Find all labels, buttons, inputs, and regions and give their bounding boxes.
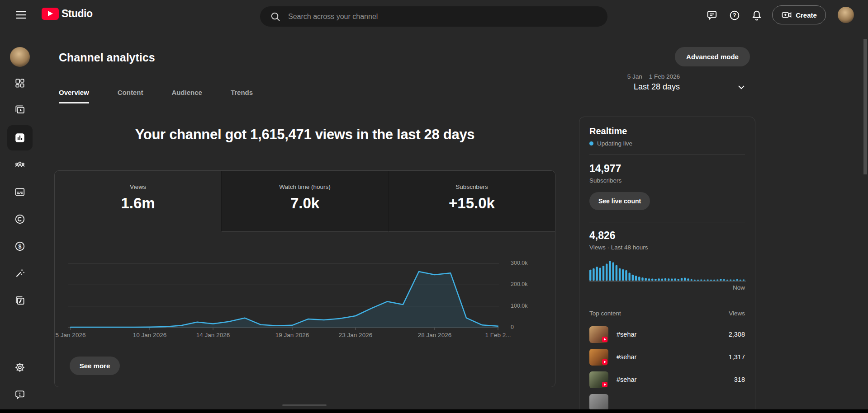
menu-icon[interactable] <box>15 9 28 20</box>
sidebar-item-earn[interactable]: $ <box>7 234 33 259</box>
metric-card-views[interactable]: Views1.6m <box>55 171 221 232</box>
see-more-button[interactable]: See more <box>70 357 120 375</box>
feedback-comment-icon[interactable] <box>706 9 718 21</box>
analytics-icon <box>14 132 26 144</box>
video-title: #sehar <box>617 331 729 338</box>
page-title: Channel analytics <box>59 51 155 64</box>
live-dot-icon <box>589 141 593 145</box>
date-range-selector[interactable]: 5 Jan – 1 Feb 2026 Last 28 days <box>574 73 680 92</box>
now-label: Now <box>589 284 745 291</box>
video-views: 2,308 <box>729 331 745 338</box>
audio-library-icon <box>14 295 26 306</box>
video-thumbnail <box>589 326 608 343</box>
youtube-studio-analytics-page: Studio ? Create <box>0 0 868 413</box>
sidebar-item-community[interactable] <box>7 152 33 178</box>
x-tick-label: 10 Jan 2026 <box>133 332 166 338</box>
video-title: #sehar <box>617 353 729 361</box>
svg-text:$: $ <box>19 244 22 250</box>
top-content-row[interactable]: #sehar2,308 <box>589 323 745 346</box>
create-button[interactable]: Create <box>772 5 826 24</box>
top-content-list: #sehar2,308#sehar1,317#sehar318 <box>589 323 745 413</box>
help-icon[interactable]: ? <box>729 9 740 21</box>
subtitles-icon <box>14 186 26 198</box>
metric-value: +15.0k <box>449 195 495 212</box>
sidebar-item-send-feedback[interactable] <box>7 382 33 407</box>
sidebar-channel-avatar[interactable] <box>7 44 33 70</box>
tab-audience[interactable]: Audience <box>171 89 202 103</box>
create-label: Create <box>796 11 817 19</box>
sidebar-item-copyright[interactable] <box>7 206 33 232</box>
metric-label: Views <box>130 183 146 190</box>
video-views: 1,317 <box>729 353 745 361</box>
search-input[interactable] <box>287 12 579 21</box>
date-range-text: 5 Jan – 1 Feb 2026 <box>574 73 680 80</box>
sidebar-item-analytics[interactable] <box>7 125 33 150</box>
video-views: 318 <box>734 376 745 383</box>
scrollbar-thumb[interactable] <box>863 39 867 174</box>
x-tick-label: 23 Jan 2026 <box>339 332 372 338</box>
dashboard-icon <box>14 77 26 89</box>
next-card-top-edge <box>282 404 327 406</box>
divider <box>589 222 745 222</box>
analytics-headline: Your channel got 1,615,471 views in the … <box>54 127 555 143</box>
brand-text: Studio <box>62 8 93 20</box>
video-thumbnail <box>589 371 608 388</box>
top-content-row[interactable]: #sehar318 <box>589 368 745 391</box>
top-content-row[interactable]: #sehar1,317 <box>589 346 745 368</box>
see-live-count-button[interactable]: See live count <box>589 192 650 210</box>
metric-label: Watch time (hours) <box>279 183 331 190</box>
views-column-label: Views <box>729 310 745 317</box>
x-tick-label: 1 Feb 2... <box>485 332 511 338</box>
shorts-badge-icon <box>602 359 607 365</box>
customization-wand-icon <box>14 267 26 279</box>
top-bar: Studio ? Create <box>0 0 868 30</box>
video-thumbnail <box>589 349 608 366</box>
x-tick-label: 5 Jan 2026 <box>56 332 86 338</box>
y-tick-label: 200.0k <box>511 281 528 287</box>
metric-value: 1.6m <box>121 195 155 212</box>
content-icon <box>14 104 26 116</box>
tab-trends[interactable]: Trends <box>231 89 253 103</box>
metric-cards: Views1.6mWatch time (hours)7.0kSubscribe… <box>55 171 555 232</box>
video-thumbnail <box>589 394 608 411</box>
subscriber-count: 14,977 <box>589 163 745 175</box>
realtime-status: Updating live <box>589 140 745 147</box>
earn-icon: $ <box>14 240 26 252</box>
metric-card-subscribers[interactable]: Subscribers+15.0k <box>388 171 555 232</box>
channel-avatar <box>10 47 30 67</box>
tab-content[interactable]: Content <box>118 89 143 103</box>
account-avatar[interactable] <box>838 7 854 23</box>
create-video-icon <box>781 9 792 20</box>
svg-text:?: ? <box>733 12 736 19</box>
sidebar-nav: $ <box>0 30 40 413</box>
shorts-badge-icon <box>602 382 607 387</box>
top-content-header: Top content Views <box>589 310 745 317</box>
realtime-title: Realtime <box>589 126 745 136</box>
analytics-tabs: OverviewContentAudienceTrends <box>59 89 253 103</box>
sidebar-item-content[interactable] <box>7 97 33 122</box>
sidebar-item-subtitles[interactable] <box>7 179 33 205</box>
x-tick-label: 19 Jan 2026 <box>275 332 309 338</box>
video-title: #sehar <box>617 376 734 383</box>
community-icon <box>14 159 26 171</box>
youtube-studio-logo[interactable]: Studio <box>42 8 93 20</box>
subscribers-label: Subscribers <box>589 177 745 184</box>
sidebar-item-customization[interactable] <box>7 260 33 286</box>
chevron-down-icon[interactable] <box>736 82 746 92</box>
tab-overview[interactable]: Overview <box>59 89 89 103</box>
notifications-bell-icon[interactable] <box>751 9 763 21</box>
youtube-play-icon <box>42 8 59 20</box>
realtime-bar-chart <box>589 260 746 282</box>
settings-gear-icon <box>14 361 26 373</box>
advanced-mode-button[interactable]: Advanced mode <box>675 47 750 66</box>
window-bottom-edge <box>0 409 868 413</box>
views-48h-count: 4,826 <box>589 230 745 242</box>
sidebar-item-settings[interactable] <box>7 355 33 380</box>
sidebar-item-audio-library[interactable] <box>7 288 33 313</box>
x-tick-label: 28 Jan 2026 <box>418 332 451 338</box>
metric-card-watch-time-hours[interactable]: Watch time (hours)7.0k <box>221 171 388 232</box>
search-bar[interactable] <box>260 6 607 27</box>
views-48h-label: Views · Last 48 hours <box>589 244 745 251</box>
sidebar-item-dashboard[interactable] <box>7 70 33 96</box>
date-period-label: Last 28 days <box>574 82 680 92</box>
